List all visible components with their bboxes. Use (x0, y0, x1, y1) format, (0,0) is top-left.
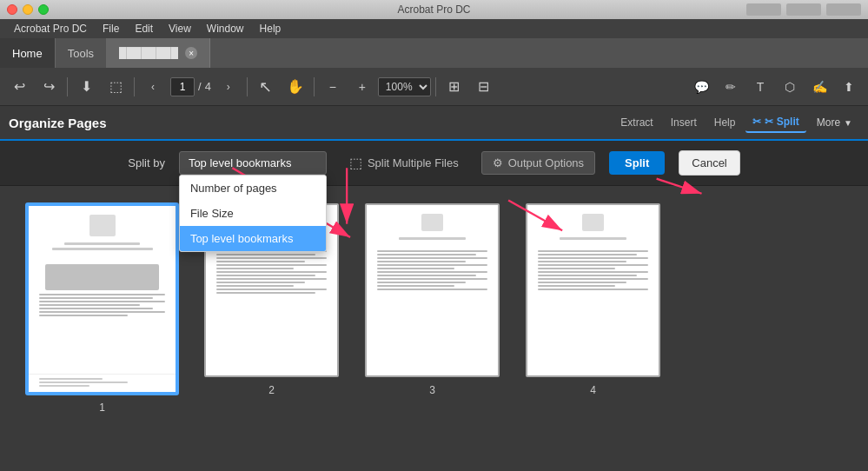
menu-window[interactable]: Window (200, 21, 251, 36)
content-area: Organize Pages Extract Insert Help ✂ ✂ S… (0, 106, 868, 471)
maximize-button[interactable] (38, 4, 49, 15)
split-by-select[interactable]: Number of pages File Size Top level book… (179, 151, 327, 175)
tab-bar: Home Tools ████████ × (0, 38, 868, 68)
tab-home-label: Home (12, 47, 43, 60)
help-label: Help (714, 116, 736, 129)
zoom-out-button[interactable]: − (319, 73, 347, 101)
help-button[interactable]: Help (707, 113, 743, 132)
split-label: ✂ Split (765, 116, 798, 128)
comment-button[interactable]: 💬 (687, 73, 715, 101)
menu-acrobat[interactable]: Acrobat Pro DC (7, 21, 94, 36)
page-1-title-line (64, 242, 140, 245)
hand-tool-button[interactable]: ✋ (282, 73, 309, 101)
split-by-dropdown-menu: Number of pages File Size Top level book… (179, 175, 327, 252)
page-thumb-1[interactable] (26, 203, 178, 395)
split-files-icon: ⬚ (349, 155, 362, 171)
split-by-label: Split by (128, 156, 165, 169)
title-bar-control-1 (746, 3, 781, 16)
fit-page-button[interactable]: ⊞ (441, 73, 468, 101)
menu-file[interactable]: File (96, 21, 126, 36)
title-bar-control-2 (786, 3, 821, 16)
go-forward-button[interactable]: ↪ (35, 73, 63, 101)
page-navigation: ‹ / 4 › (139, 73, 242, 101)
toolbar-separator-2 (134, 77, 135, 96)
page-1-subtitle-line (52, 248, 153, 250)
organize-pages-title: Organize Pages (9, 116, 610, 130)
more-label: More (817, 116, 840, 129)
zoom-select[interactable]: 100% 75% 125% 150% (378, 77, 431, 96)
split-action-button[interactable]: Split (609, 151, 665, 175)
extract-label: Extract (620, 116, 653, 129)
split-multiple-label: Split Multiple Files (368, 156, 459, 169)
more-dropdown-arrow-icon: ▼ (844, 118, 852, 128)
tab-document[interactable]: ████████ × (107, 38, 210, 68)
output-options-button[interactable]: ⚙ Output Options (481, 151, 595, 175)
zoom-controls: 100% 75% 125% 150% (378, 77, 431, 96)
page-3-header (367, 205, 498, 245)
cursor-tool-button[interactable]: ↖ (252, 73, 280, 101)
page-1-redacted (45, 264, 159, 290)
page-1-body (29, 255, 176, 374)
tab-tools-label: Tools (68, 47, 94, 60)
text-button[interactable]: T (746, 73, 774, 101)
page-3-title-line (399, 237, 465, 240)
next-page-button[interactable]: › (215, 73, 242, 101)
page-1-label: 1 (99, 401, 105, 414)
dropdown-item-bookmarks[interactable]: Top level bookmarks (180, 226, 326, 251)
extract-button[interactable]: Extract (613, 113, 659, 132)
page-4-logo (582, 214, 604, 231)
title-bar: Acrobat Pro DC (0, 0, 868, 19)
open-file-button[interactable]: ⬇ (72, 73, 100, 101)
dropdown-item-file-size[interactable]: File Size (180, 201, 326, 226)
stamp-button[interactable]: ⬡ (776, 73, 804, 101)
toolbar-separator-5 (435, 77, 436, 96)
tab-tools[interactable]: Tools (56, 38, 107, 68)
page-4-wrapper: 4 (526, 203, 660, 396)
page-number-input[interactable] (170, 77, 195, 96)
print-button[interactable]: ⬚ (102, 73, 129, 101)
prev-page-button[interactable]: ‹ (139, 73, 167, 101)
split-button-nav[interactable]: ✂ ✂ Split (745, 112, 805, 133)
menu-help[interactable]: Help (253, 21, 288, 36)
dropdown-item-num-pages[interactable]: Number of pages (180, 176, 326, 201)
tab-home[interactable]: Home (0, 38, 56, 68)
menu-edit[interactable]: Edit (128, 21, 160, 36)
pen-button[interactable]: ✏ (717, 73, 745, 101)
close-button[interactable] (7, 4, 17, 15)
page-3-body (367, 245, 498, 375)
sign-button[interactable]: ✍ (805, 73, 833, 101)
split-scissors-icon: ✂ (752, 116, 761, 128)
toolbar-separator-1 (67, 77, 68, 96)
page-3-label: 3 (429, 384, 435, 396)
zoom-in-button[interactable]: + (348, 73, 376, 101)
title-bar-control-3 (826, 3, 861, 16)
page-1-header (29, 206, 176, 255)
go-back-button[interactable]: ↩ (5, 73, 33, 101)
page-4-title-line (560, 237, 626, 240)
total-pages: 4 (205, 80, 211, 93)
toolbar: ↩ ↪ ⬇ ⬚ ‹ / 4 › ↖ ✋ − + 100% 75% 125% 15… (0, 68, 868, 106)
toolbar-separator-4 (314, 77, 315, 96)
page-3-text (377, 250, 487, 290)
view-options-button[interactable]: ⊟ (470, 73, 498, 101)
page-4-header (527, 205, 659, 245)
tab-close-button[interactable]: × (185, 47, 197, 59)
page-4-text (538, 250, 648, 290)
share-button[interactable]: ⬆ (835, 73, 863, 101)
page-4-body (527, 245, 659, 375)
page-separator: / (198, 80, 202, 93)
page-3-wrapper: 3 (365, 203, 500, 396)
menu-view[interactable]: View (162, 21, 198, 36)
traffic-lights (7, 4, 49, 15)
cancel-action-button[interactable]: Cancel (679, 150, 739, 176)
page-thumb-4[interactable] (526, 203, 660, 377)
page-2-body (206, 245, 337, 375)
minimize-button[interactable] (23, 4, 33, 15)
page-4-label: 4 (590, 384, 596, 396)
insert-button[interactable]: Insert (664, 113, 704, 132)
split-multiple-files-button[interactable]: ⬚ Split Multiple Files (341, 150, 467, 176)
insert-label: Insert (671, 116, 697, 129)
page-thumb-3[interactable] (365, 203, 500, 377)
more-button[interactable]: More ▼ (810, 113, 859, 132)
title-bar-controls (746, 3, 861, 16)
